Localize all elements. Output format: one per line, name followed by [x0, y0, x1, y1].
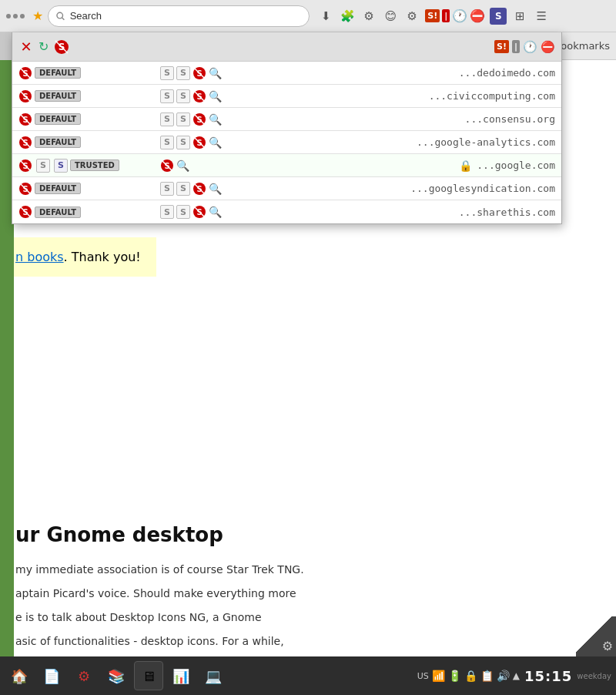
popup-pipe[interactable]: |	[512, 40, 520, 53]
wifi-icon: 📶	[432, 670, 445, 682]
lock-icon: 🔒	[464, 670, 477, 682]
si-grey-2[interactable]: S	[176, 66, 190, 80]
blocked-icon: S	[18, 205, 32, 219]
row-s-icons: S S S 🔍	[160, 66, 456, 80]
row-domain: ...consensu.org	[465, 113, 555, 125]
taskbar-settings[interactable]: ⚙	[69, 661, 99, 690]
si-grey-1[interactable]: S	[160, 112, 174, 126]
row-domain: ...googlesyndication.com	[410, 183, 555, 194]
blocked-icon: S	[18, 66, 32, 80]
taskbar-secondary: weekday	[577, 672, 611, 680]
grid-icon[interactable]: ⊞	[511, 8, 528, 25]
table-row[interactable]: S DEFAULT S S S 🔍 ...dedoimedo.com	[12, 62, 561, 85]
nav-dot-3	[20, 14, 25, 18]
settings-icon[interactable]: ⚙	[403, 8, 420, 25]
corner-gear-area: ⚙	[576, 616, 616, 656]
page-para-4: asic of functionalities - desktop icons.…	[15, 633, 377, 650]
si-grey-2[interactable]: S	[176, 182, 190, 196]
search-icon	[56, 12, 65, 21]
blocked-icon-3[interactable]: S	[160, 159, 174, 173]
address-bar[interactable]	[48, 5, 310, 27]
notice-link[interactable]: n books	[15, 250, 64, 264]
table-row[interactable]: S DEFAULT S S S 🔍 ...consensu.org	[12, 108, 561, 131]
scriptblocker-popup: ✕ ↻ S S! | 🕐 ⛔ S	[12, 32, 562, 224]
si-grey-1[interactable]: S	[160, 182, 174, 196]
table-row[interactable]: S S S TRUSTED S 🔍 🔒 ...google.com	[12, 154, 561, 177]
menu-icon[interactable]: ☰	[533, 8, 550, 25]
smiley-icon[interactable]: 😊	[382, 8, 399, 25]
table-row[interactable]: S DEFAULT S S S 🔍 ...civiccomputing.com	[12, 85, 561, 108]
si-grey-1[interactable]: S	[160, 66, 174, 80]
si-grey-2[interactable]: S	[176, 205, 190, 219]
keyboard-layout[interactable]: US	[417, 671, 429, 681]
sys-tray: US 📶 🔋 🔒 📋 🔊 ▲	[417, 670, 520, 682]
taskbar-desktop[interactable]: 🖥	[134, 661, 163, 690]
table-row[interactable]: S DEFAULT S S S 🔍 ...sharethis.com	[12, 200, 561, 223]
row-badge-6: S DEFAULT	[18, 182, 157, 196]
si-search[interactable]: 🔍	[209, 206, 222, 218]
row-badge-4: S DEFAULT	[18, 136, 157, 149]
red-clock-icon[interactable]: ⛔	[470, 8, 485, 23]
extensions-icon[interactable]: 🧩	[339, 8, 356, 25]
bookmark-star[interactable]: ★	[32, 8, 43, 23]
si-grey-1[interactable]: S	[160, 136, 174, 149]
table-row[interactable]: S DEFAULT S S S 🔍 ...googlesyndication.c…	[12, 177, 561, 200]
row-domain: ...dedoimedo.com	[459, 67, 555, 79]
default-badge: DEFAULT	[35, 90, 81, 102]
popup-rows: S DEFAULT S S S 🔍 ...dedoimedo.com	[12, 62, 561, 223]
row-s-icons: S S S 🔍	[160, 205, 456, 219]
si-grey-1[interactable]: S	[160, 89, 174, 103]
gear-icon[interactable]: ⚙	[360, 8, 377, 25]
blocked-icon: S	[18, 182, 32, 196]
popup-clock2[interactable]: ⛔	[541, 40, 555, 54]
popup-clock1[interactable]: 🕐	[523, 40, 537, 54]
popup-stop-icon[interactable]: S	[53, 39, 70, 55]
blocked-icon: S	[18, 112, 32, 126]
si-search[interactable]: 🔍	[209, 183, 222, 195]
taskbar-terminal[interactable]: 💻	[199, 661, 228, 690]
corner-gear-icon[interactable]: ⚙	[599, 636, 616, 656]
popup-ext-icons: S! | 🕐 ⛔	[494, 40, 555, 54]
blocked-icon: S	[18, 159, 32, 173]
si-small[interactable]: S	[36, 159, 50, 173]
blocked-icon-2[interactable]: S	[192, 182, 206, 196]
taskbar-right: US 📶 🔋 🔒 📋 🔊 ▲ 15:15 weekday	[417, 668, 611, 684]
stylus-icon[interactable]: S	[490, 8, 507, 25]
taskbar-monitor[interactable]: 📊	[166, 661, 196, 690]
popup-close-button[interactable]: ✕	[18, 39, 34, 55]
si-grey-2[interactable]: S	[176, 112, 190, 126]
row-s-icons: S S S 🔍	[160, 136, 413, 149]
si-grey-2[interactable]: S	[176, 136, 190, 149]
popup-reload-button[interactable]: ↻	[38, 39, 49, 54]
blocked-icon-2[interactable]: S	[192, 136, 206, 149]
si-grey-2[interactable]: S	[176, 89, 190, 103]
si-search[interactable]: 🔍	[209, 90, 222, 102]
si-search[interactable]: 🔍	[209, 136, 222, 149]
si-search-2[interactable]: 🔍	[176, 159, 189, 172]
default-badge: DEFAULT	[35, 67, 81, 79]
up-arrow-icon[interactable]: ▲	[513, 670, 520, 681]
si-search[interactable]: 🔍	[209, 67, 222, 79]
row-badge-3: S DEFAULT	[18, 112, 157, 126]
clock-ext-icon[interactable]: 🕐	[452, 8, 467, 23]
taskbar-books[interactable]: 📚	[102, 661, 131, 690]
page-para-2: aptain Picard's voice. Should make every…	[15, 586, 377, 602]
pipe-icon[interactable]: |	[442, 9, 450, 22]
si-search[interactable]: 🔍	[209, 113, 222, 126]
toolbar-icons: ⬇ 🧩 ⚙ 😊 ⚙ S! | 🕐 ⛔ S ⊞ ☰	[317, 8, 550, 25]
download-icon[interactable]: ⬇	[317, 8, 334, 25]
blocked-icon-2[interactable]: S	[192, 66, 206, 80]
s-exclaim-icon[interactable]: S!	[425, 9, 440, 22]
browser-topbar: ★ ⬇ 🧩 ⚙ 😊 ⚙ S! | 🕐 ⛔ S ⊞ ☰	[0, 0, 616, 32]
blocked-icon-2[interactable]: S	[192, 205, 206, 219]
blocked-icon-2[interactable]: S	[192, 112, 206, 126]
table-row[interactable]: S DEFAULT S S S 🔍 ...google-analytics.co…	[12, 131, 561, 154]
search-input[interactable]	[70, 10, 302, 22]
taskbar-files[interactable]: 📄	[37, 661, 66, 690]
si-grey-1[interactable]: S	[160, 205, 174, 219]
taskbar-home[interactable]: 🏠	[5, 661, 34, 690]
page-heading: ur Gnome desktop	[15, 523, 601, 546]
blocked-icon-2[interactable]: S	[192, 89, 206, 103]
si-blue[interactable]: S	[54, 159, 68, 173]
popup-s-exclaim[interactable]: S!	[494, 40, 509, 53]
